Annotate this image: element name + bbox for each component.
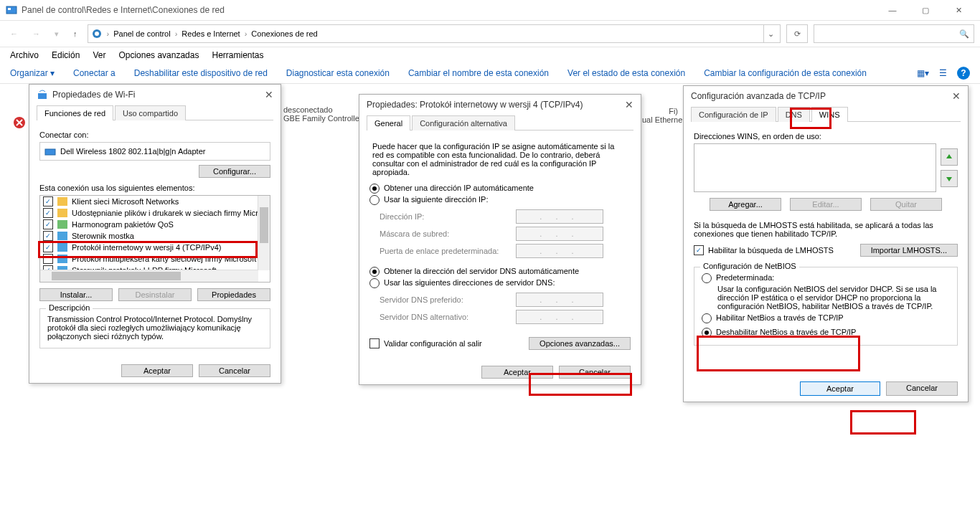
tool-disable[interactable]: Deshabilitar este dispositivo de red <box>134 68 268 78</box>
radio-nb-disable[interactable] <box>702 328 712 338</box>
scrollbar-horizontal[interactable] <box>40 270 258 282</box>
tab-general[interactable]: General <box>367 115 410 130</box>
list-item-ipv4: ✓Protokół internetowy w wersji 4 (TCP/IP… <box>40 242 270 253</box>
adapter-name: Dell Wireless 1802 802.11a|b|g|n Adapter <box>60 147 205 156</box>
ipv4-intro: Puede hacer que la configuración IP se a… <box>372 142 628 176</box>
tool-connect[interactable]: Conectar a <box>73 68 116 78</box>
control-panel-icon <box>6 4 17 16</box>
tab-sharing[interactable]: Uso compartido <box>115 105 186 120</box>
svg-rect-1 <box>8 8 11 10</box>
remove-button[interactable]: Quitar <box>870 198 942 211</box>
adv-ok-button[interactable]: Aceptar <box>800 381 880 396</box>
tab-alt[interactable]: Configuración alternativa <box>412 115 515 130</box>
import-lmhosts-button[interactable]: Importar LMHOSTS... <box>860 244 958 257</box>
search-icon: 🔍 <box>959 29 969 39</box>
up-button[interactable]: ↑ <box>69 27 82 41</box>
recent-dropdown[interactable]: ▾ <box>50 27 63 42</box>
description-text: Transmission Control Protocol/Internet P… <box>47 315 263 341</box>
preview-icon[interactable]: ☰ <box>939 68 947 78</box>
adapter-disabled-icon <box>13 116 26 129</box>
validate-checkbox[interactable] <box>369 338 380 348</box>
mask-input: . . . <box>516 227 603 241</box>
radio-auto-dns[interactable] <box>369 267 380 277</box>
list-item: ✓Sterownik mostka <box>40 230 270 242</box>
tool-change[interactable]: Cambiar la configuración de esta conexió… <box>704 68 867 78</box>
minimize-button[interactable]: — <box>877 0 908 20</box>
tool-organize[interactable]: Organizar ▾ <box>10 68 55 78</box>
menu-tools[interactable]: Herramientas <box>212 50 263 60</box>
radio-nb-enable[interactable] <box>702 313 712 323</box>
uses-label: Esta conexión usa los siguientes element… <box>39 184 270 192</box>
wifi-properties-dialog: Propiedades de Wi-Fi ✕ Funciones de red … <box>29 84 281 384</box>
back-button[interactable]: ← <box>6 27 22 41</box>
forward-button[interactable]: → <box>28 27 44 41</box>
menu-view[interactable]: Ver <box>93 50 105 60</box>
install-button[interactable]: Instalar... <box>39 288 113 301</box>
bc-item-3[interactable]: Conexiones de red <box>251 29 317 38</box>
tab-networking[interactable]: Funciones de red <box>37 105 113 120</box>
svg-rect-6 <box>45 149 55 155</box>
ip-input: . . . <box>516 209 603 224</box>
ipv4-cancel-button[interactable]: Cancelar <box>559 366 631 379</box>
command-bar: Organizar ▾ Conectar a Deshabilitar este… <box>0 63 980 84</box>
move-down-button[interactable] <box>941 170 958 187</box>
adv-cancel-button[interactable]: Cancelar <box>886 381 958 396</box>
breadcrumb-dropdown[interactable]: ⌄ <box>763 25 777 42</box>
dns1-input: . . . <box>516 293 603 307</box>
breadcrumb[interactable]: › Panel de control › Redes e Internet › … <box>88 24 781 43</box>
wifi-close-button[interactable]: ✕ <box>265 89 273 100</box>
adv-title: Configuración avanzada de TCP/IP <box>691 91 826 101</box>
add-button[interactable]: Agregar... <box>710 198 781 211</box>
view-icon[interactable]: ▦▾ <box>917 68 929 78</box>
list-item: Protokół multipleksera karty sieciowej f… <box>40 253 270 265</box>
radio-manual-ip[interactable] <box>369 195 380 205</box>
menu-adv[interactable]: Opciones avanzadas <box>118 50 199 60</box>
radio-auto-ip[interactable] <box>369 184 380 194</box>
tab-dns[interactable]: DNS <box>778 107 810 122</box>
tool-diagnose[interactable]: Diagnosticar esta conexión <box>286 68 390 78</box>
radio-nb-default[interactable] <box>702 273 712 283</box>
tab-ipconfig[interactable]: Configuración de IP <box>691 107 776 122</box>
adapter-icon <box>44 146 56 156</box>
move-up-button[interactable] <box>941 148 958 166</box>
maximize-button[interactable]: ▢ <box>910 0 941 20</box>
refresh-button[interactable]: ⟳ <box>786 24 808 43</box>
close-button[interactable]: ✕ <box>943 0 974 20</box>
window-title: Panel de control\Redes e Internet\Conexi… <box>22 5 225 15</box>
adv-close-button[interactable]: ✕ <box>952 90 961 102</box>
wins-listbox[interactable] <box>694 143 936 192</box>
menu-edit[interactable]: Edición <box>52 50 80 60</box>
tab-wins[interactable]: WINS <box>811 107 848 122</box>
svg-rect-5 <box>38 93 47 99</box>
wifi-icon <box>37 89 48 100</box>
scrollbar-vertical[interactable] <box>258 196 270 270</box>
configure-button[interactable]: Configurar... <box>199 165 270 178</box>
menu-file[interactable]: Archivo <box>10 50 39 60</box>
nb-default-desc: Usar la configuración NetBIOS del servid… <box>717 285 950 310</box>
advanced-button[interactable]: Opciones avanzadas... <box>529 337 631 350</box>
wins-label: Direcciones WINS, en orden de uso: <box>694 132 958 141</box>
advanced-tcpip-dialog: Configuración avanzada de TCP/IP ✕ Confi… <box>683 85 969 402</box>
search-input[interactable]: 🔍 <box>814 24 974 43</box>
tool-rename[interactable]: Cambiar el nombre de esta conexión <box>408 68 549 78</box>
uninstall-button[interactable]: Desinstalar <box>118 288 192 301</box>
edit-button[interactable]: Editar... <box>790 198 862 211</box>
bg-adapter-1: desconectado GBE Family Controlle <box>283 105 359 123</box>
components-listbox[interactable]: ✓Klient sieci Microsoft Networks ✓Udostę… <box>39 195 270 283</box>
wifi-ok-button[interactable]: Aceptar <box>121 364 193 377</box>
lmhosts-checkbox[interactable]: ✓ <box>694 245 704 255</box>
wifi-cancel-button[interactable]: Cancelar <box>199 364 270 377</box>
highlight-ok <box>850 410 916 435</box>
bc-item-2[interactable]: Redes e Internet <box>182 29 240 38</box>
properties-button[interactable]: Propiedades <box>197 288 270 301</box>
radio-manual-dns[interactable] <box>369 278 380 288</box>
ipv4-close-button[interactable]: ✕ <box>625 99 633 110</box>
tool-status[interactable]: Ver el estado de esta conexión <box>567 68 685 78</box>
dns2-input: . . . <box>516 310 603 324</box>
ipv4-title: Propiedades: Protokół internetowy w wers… <box>367 100 583 110</box>
bc-item-1[interactable]: Panel de control <box>113 29 171 38</box>
ipv4-ok-button[interactable]: Aceptar <box>481 366 553 379</box>
list-item: ✓Klient sieci Microsoft Networks <box>40 196 270 207</box>
cp-icon <box>91 28 103 39</box>
help-icon[interactable]: ? <box>957 67 970 80</box>
